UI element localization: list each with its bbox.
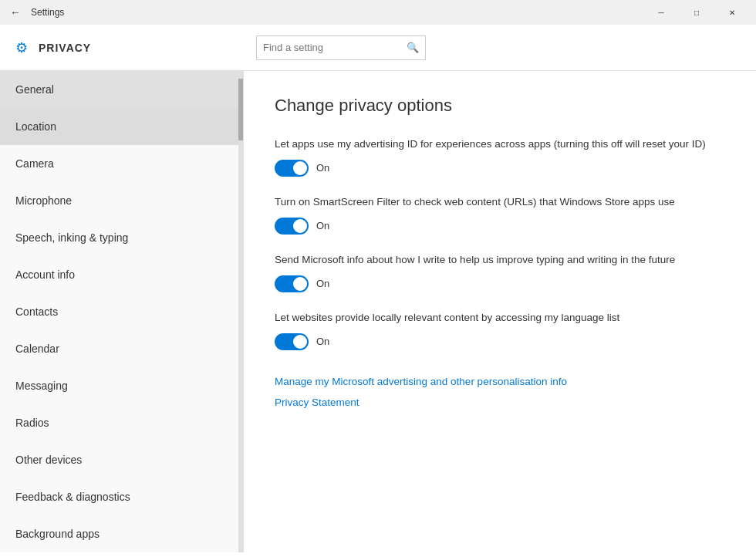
toggle-state-smartscreen: On	[316, 220, 329, 231]
header-title: PRIVACY	[39, 42, 231, 54]
setting-smartscreen: Turn on SmartScreen Filter to check web …	[275, 195, 725, 235]
search-box[interactable]: 🔍	[256, 35, 426, 60]
titlebar: ← Settings ─ □ ✕	[0, 0, 756, 25]
sidebar-item-label: Calendar	[15, 343, 59, 355]
toggle-state-advertising-id: On	[316, 162, 329, 174]
maximize-icon: □	[694, 8, 699, 17]
sidebar-item-label: Microphone	[15, 194, 72, 207]
toggle-row-advertising-id: On	[275, 160, 725, 177]
sidebar-item-messaging[interactable]: Messaging	[0, 367, 243, 404]
toggle-row-language-list: On	[275, 333, 725, 350]
main-content: Change privacy options Let apps use my a…	[244, 71, 756, 557]
privacy-icon: ⚙	[12, 39, 31, 57]
back-button[interactable]: ←	[6, 3, 25, 22]
sidebar-item-feedback[interactable]: Feedback & diagnostics	[0, 478, 243, 515]
sidebar-item-label: Account info	[15, 268, 75, 281]
sidebar-item-label: Other devices	[15, 454, 82, 466]
page-title: Change privacy options	[275, 96, 725, 116]
sidebar-item-radios[interactable]: Radios	[0, 404, 243, 441]
minimize-button[interactable]: ─	[643, 0, 679, 25]
sidebar-item-label: Contacts	[15, 306, 58, 318]
sidebar-item-label: Radios	[15, 417, 49, 429]
scrollbar-track[interactable]	[238, 71, 243, 552]
setting-label-smartscreen: Turn on SmartScreen Filter to check web …	[275, 195, 725, 210]
sidebar-item-calendar[interactable]: Calendar	[0, 330, 243, 367]
sidebar-item-general[interactable]: General	[0, 71, 243, 108]
toggle-row-smartscreen: On	[275, 218, 725, 235]
setting-language-list: Let websites provide locally relevant co…	[275, 311, 725, 350]
search-icon: 🔍	[407, 42, 419, 53]
maximize-button[interactable]: □	[679, 0, 714, 25]
sidebar-item-account-info[interactable]: Account info	[0, 256, 243, 293]
close-button[interactable]: ✕	[714, 0, 750, 25]
toggle-typing-info[interactable]	[275, 275, 309, 292]
sidebar-item-label: Feedback & diagnostics	[15, 491, 130, 503]
sidebar-item-label: General	[15, 83, 54, 96]
sidebar-item-label: Messaging	[15, 380, 68, 392]
toggle-language-list[interactable]	[275, 333, 309, 350]
sidebar-item-contacts[interactable]: Contacts	[0, 293, 243, 330]
titlebar-title: Settings	[31, 7, 643, 18]
scrollbar-thumb[interactable]	[238, 79, 243, 140]
sidebar: General Location Camera Microphone Speec…	[0, 71, 244, 552]
sidebar-item-camera[interactable]: Camera	[0, 145, 243, 182]
setting-typing-info: Send Microsoft info about how I write to…	[275, 253, 725, 292]
setting-advertising-id: Let apps use my advertising ID for exper…	[275, 137, 725, 177]
search-input[interactable]	[263, 42, 407, 53]
app-header: ⚙ PRIVACY	[0, 25, 244, 71]
toggle-smartscreen[interactable]	[275, 218, 309, 235]
search-header: 🔍	[244, 25, 756, 71]
close-icon: ✕	[729, 8, 735, 17]
toggle-row-typing-info: On	[275, 275, 725, 292]
sidebar-item-location[interactable]: Location	[0, 108, 243, 145]
toggle-state-language-list: On	[316, 336, 329, 347]
sidebar-item-speech[interactable]: Speech, inking & typing	[0, 219, 243, 256]
sidebar-item-label: Background apps	[15, 528, 100, 540]
sidebar-item-label: Speech, inking & typing	[15, 231, 128, 244]
setting-label-typing-info: Send Microsoft info about how I write to…	[275, 253, 725, 268]
toggle-state-typing-info: On	[316, 278, 329, 289]
privacy-statement-link[interactable]: Privacy Statement	[275, 397, 725, 408]
manage-advertising-link[interactable]: Manage my Microsoft advertising and othe…	[275, 376, 725, 387]
sidebar-item-label: Location	[15, 120, 56, 133]
app-area: ⚙ PRIVACY General Location Camera Microp…	[0, 25, 756, 557]
minimize-icon: ─	[658, 8, 663, 17]
back-icon: ←	[10, 6, 21, 19]
sidebar-item-label: Camera	[15, 157, 54, 170]
sidebar-item-other-devices[interactable]: Other devices	[0, 441, 243, 478]
divider	[275, 369, 725, 370]
setting-label-language-list: Let websites provide locally relevant co…	[275, 311, 725, 326]
setting-label-advertising-id: Let apps use my advertising ID for exper…	[275, 137, 725, 152]
titlebar-controls: ─ □ ✕	[643, 0, 750, 25]
sidebar-item-background-apps[interactable]: Background apps	[0, 515, 243, 552]
sidebar-item-microphone[interactable]: Microphone	[0, 182, 243, 219]
toggle-advertising-id[interactable]	[275, 160, 309, 177]
